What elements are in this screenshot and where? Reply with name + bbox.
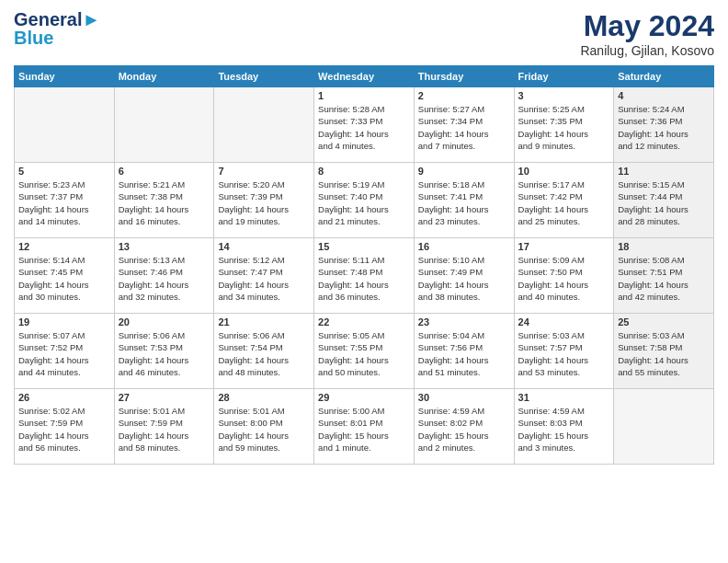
calendar-cell: 23Sunrise: 5:04 AM Sunset: 7:56 PM Dayli… (414, 314, 514, 389)
day-info: Sunrise: 5:07 AM Sunset: 7:52 PM Dayligh… (18, 329, 110, 378)
calendar-week-4: 19Sunrise: 5:07 AM Sunset: 7:52 PM Dayli… (15, 314, 714, 389)
weekday-row: SundayMondayTuesdayWednesdayThursdayFrid… (15, 66, 714, 87)
day-number: 29 (318, 392, 410, 403)
calendar-cell: 3Sunrise: 5:25 AM Sunset: 7:35 PM Daylig… (514, 87, 614, 163)
day-number: 23 (418, 316, 510, 327)
weekday-header-monday: Monday (114, 66, 214, 87)
weekday-header-sunday: Sunday (15, 66, 115, 87)
day-info: Sunrise: 5:06 AM Sunset: 7:54 PM Dayligh… (218, 329, 310, 378)
day-info: Sunrise: 5:17 AM Sunset: 7:42 PM Dayligh… (518, 178, 610, 227)
weekday-header-wednesday: Wednesday (314, 66, 415, 87)
day-number: 10 (518, 166, 610, 177)
day-info: Sunrise: 5:01 AM Sunset: 8:00 PM Dayligh… (218, 405, 310, 454)
calendar-cell: 17Sunrise: 5:09 AM Sunset: 7:50 PM Dayli… (514, 238, 614, 314)
calendar-cell: 31Sunrise: 4:59 AM Sunset: 8:03 PM Dayli… (514, 389, 614, 465)
calendar-cell (15, 87, 115, 163)
calendar-cell: 24Sunrise: 5:03 AM Sunset: 7:57 PM Dayli… (514, 314, 614, 389)
weekday-header-saturday: Saturday (614, 66, 714, 87)
day-info: Sunrise: 5:23 AM Sunset: 7:37 PM Dayligh… (18, 178, 110, 227)
day-info: Sunrise: 5:15 AM Sunset: 7:44 PM Dayligh… (618, 178, 710, 227)
day-number: 24 (518, 316, 610, 327)
calendar-cell: 8Sunrise: 5:19 AM Sunset: 7:40 PM Daylig… (314, 163, 415, 238)
day-number: 17 (518, 241, 610, 252)
day-number: 14 (218, 241, 310, 252)
day-info: Sunrise: 5:13 AM Sunset: 7:46 PM Dayligh… (119, 254, 210, 303)
day-number: 3 (518, 90, 610, 101)
day-info: Sunrise: 4:59 AM Sunset: 8:02 PM Dayligh… (418, 405, 510, 454)
calendar-cell (214, 87, 314, 163)
calendar-cell: 4Sunrise: 5:24 AM Sunset: 7:36 PM Daylig… (614, 87, 714, 163)
calendar-cell: 20Sunrise: 5:06 AM Sunset: 7:53 PM Dayli… (114, 314, 214, 389)
day-number: 6 (119, 166, 210, 177)
day-info: Sunrise: 5:11 AM Sunset: 7:48 PM Dayligh… (318, 254, 410, 303)
calendar-cell: 30Sunrise: 4:59 AM Sunset: 8:02 PM Dayli… (414, 389, 514, 465)
weekday-header-friday: Friday (514, 66, 614, 87)
day-number: 7 (218, 166, 310, 177)
day-info: Sunrise: 5:00 AM Sunset: 8:01 PM Dayligh… (318, 405, 410, 454)
calendar-cell (614, 389, 714, 465)
weekday-header-thursday: Thursday (414, 66, 514, 87)
day-info: Sunrise: 5:18 AM Sunset: 7:41 PM Dayligh… (418, 178, 510, 227)
day-info: Sunrise: 5:24 AM Sunset: 7:36 PM Dayligh… (618, 103, 710, 152)
calendar-header: SundayMondayTuesdayWednesdayThursdayFrid… (15, 66, 714, 87)
calendar-cell: 26Sunrise: 5:02 AM Sunset: 7:59 PM Dayli… (15, 389, 115, 465)
calendar-body: 1Sunrise: 5:28 AM Sunset: 7:33 PM Daylig… (15, 87, 714, 465)
page-container: General► Blue May 2024 Ranilug, Gjilan, … (0, 0, 728, 474)
logo: General► Blue (14, 9, 100, 48)
day-number: 11 (618, 166, 710, 177)
calendar-cell: 13Sunrise: 5:13 AM Sunset: 7:46 PM Dayli… (114, 238, 214, 314)
calendar-cell: 11Sunrise: 5:15 AM Sunset: 7:44 PM Dayli… (614, 163, 714, 238)
day-number: 13 (119, 241, 210, 252)
day-info: Sunrise: 5:09 AM Sunset: 7:50 PM Dayligh… (518, 254, 610, 303)
day-info: Sunrise: 5:27 AM Sunset: 7:34 PM Dayligh… (418, 103, 510, 152)
logo-blue: Blue (14, 28, 100, 48)
day-number: 8 (318, 166, 410, 177)
day-number: 16 (418, 241, 510, 252)
day-info: Sunrise: 5:19 AM Sunset: 7:40 PM Dayligh… (318, 178, 410, 227)
day-info: Sunrise: 5:05 AM Sunset: 7:55 PM Dayligh… (318, 329, 410, 378)
day-info: Sunrise: 5:25 AM Sunset: 7:35 PM Dayligh… (518, 103, 610, 152)
calendar-cell: 10Sunrise: 5:17 AM Sunset: 7:42 PM Dayli… (514, 163, 614, 238)
day-number: 4 (618, 90, 710, 101)
day-number: 15 (318, 241, 410, 252)
calendar-cell: 1Sunrise: 5:28 AM Sunset: 7:33 PM Daylig… (314, 87, 415, 163)
day-info: Sunrise: 5:03 AM Sunset: 7:57 PM Dayligh… (518, 329, 610, 378)
day-info: Sunrise: 5:12 AM Sunset: 7:47 PM Dayligh… (218, 254, 310, 303)
day-info: Sunrise: 5:28 AM Sunset: 7:33 PM Dayligh… (318, 103, 410, 152)
calendar-cell: 18Sunrise: 5:08 AM Sunset: 7:51 PM Dayli… (614, 238, 714, 314)
weekday-header-tuesday: Tuesday (214, 66, 314, 87)
day-number: 9 (418, 166, 510, 177)
day-number: 2 (418, 90, 510, 101)
day-number: 31 (518, 392, 610, 403)
day-info: Sunrise: 5:14 AM Sunset: 7:45 PM Dayligh… (18, 254, 110, 303)
location-subtitle: Ranilug, Gjilan, Kosovo (580, 43, 714, 58)
day-number: 21 (218, 316, 310, 327)
day-number: 19 (18, 316, 110, 327)
header: General► Blue May 2024 Ranilug, Gjilan, … (14, 9, 714, 58)
day-info: Sunrise: 5:21 AM Sunset: 7:38 PM Dayligh… (119, 178, 210, 227)
day-number: 26 (18, 392, 110, 403)
day-info: Sunrise: 5:03 AM Sunset: 7:58 PM Dayligh… (618, 329, 710, 378)
day-info: Sunrise: 5:01 AM Sunset: 7:59 PM Dayligh… (119, 405, 210, 454)
day-number: 12 (18, 241, 110, 252)
calendar-cell (114, 87, 214, 163)
day-number: 18 (618, 241, 710, 252)
calendar-cell: 5Sunrise: 5:23 AM Sunset: 7:37 PM Daylig… (15, 163, 115, 238)
day-number: 20 (119, 316, 210, 327)
calendar-cell: 28Sunrise: 5:01 AM Sunset: 8:00 PM Dayli… (214, 389, 314, 465)
day-info: Sunrise: 5:08 AM Sunset: 7:51 PM Dayligh… (618, 254, 710, 303)
day-number: 27 (119, 392, 210, 403)
calendar-cell: 12Sunrise: 5:14 AM Sunset: 7:45 PM Dayli… (15, 238, 115, 314)
calendar-week-5: 26Sunrise: 5:02 AM Sunset: 7:59 PM Dayli… (15, 389, 714, 465)
day-number: 28 (218, 392, 310, 403)
month-title: May 2024 (580, 9, 714, 43)
day-info: Sunrise: 5:04 AM Sunset: 7:56 PM Dayligh… (418, 329, 510, 378)
calendar-cell: 16Sunrise: 5:10 AM Sunset: 7:49 PM Dayli… (414, 238, 514, 314)
day-info: Sunrise: 5:02 AM Sunset: 7:59 PM Dayligh… (18, 405, 110, 454)
logo-text: General► (14, 9, 100, 29)
day-number: 5 (18, 166, 110, 177)
day-info: Sunrise: 4:59 AM Sunset: 8:03 PM Dayligh… (518, 405, 610, 454)
calendar-cell: 7Sunrise: 5:20 AM Sunset: 7:39 PM Daylig… (214, 163, 314, 238)
day-info: Sunrise: 5:10 AM Sunset: 7:49 PM Dayligh… (418, 254, 510, 303)
calendar-cell: 25Sunrise: 5:03 AM Sunset: 7:58 PM Dayli… (614, 314, 714, 389)
